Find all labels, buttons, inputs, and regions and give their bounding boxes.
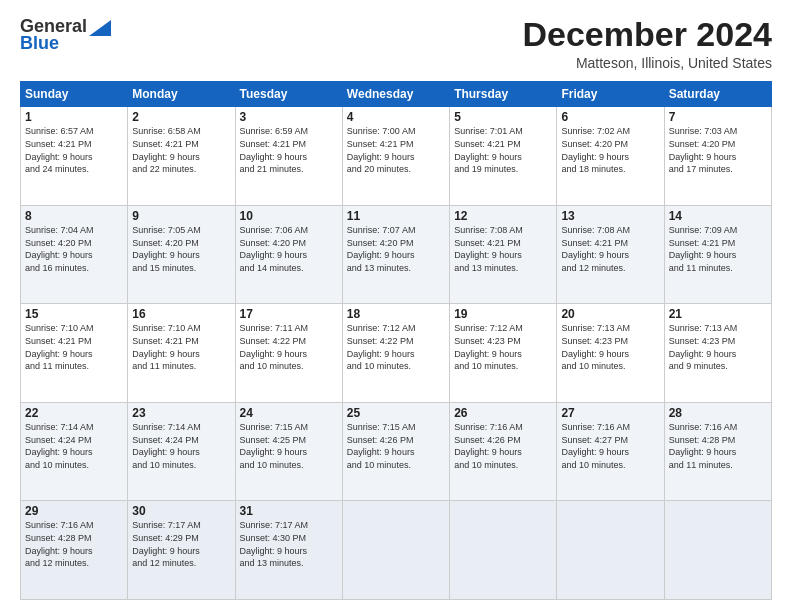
calendar-day-cell [557,501,664,600]
calendar-day-cell: 30Sunrise: 7:17 AMSunset: 4:29 PMDayligh… [128,501,235,600]
calendar-day-cell: 9Sunrise: 7:05 AMSunset: 4:20 PMDaylight… [128,205,235,304]
day-number: 21 [669,307,767,321]
day-info: Sunrise: 7:17 AMSunset: 4:30 PMDaylight:… [240,520,309,568]
calendar-day-cell: 18Sunrise: 7:12 AMSunset: 4:22 PMDayligh… [342,304,449,403]
day-info: Sunrise: 7:17 AMSunset: 4:29 PMDaylight:… [132,520,201,568]
logo-blue-text: Blue [20,33,59,54]
calendar-day-cell: 22Sunrise: 7:14 AMSunset: 4:24 PMDayligh… [21,402,128,501]
calendar-day-cell: 27Sunrise: 7:16 AMSunset: 4:27 PMDayligh… [557,402,664,501]
day-info: Sunrise: 7:08 AMSunset: 4:21 PMDaylight:… [561,225,630,273]
day-info: Sunrise: 7:07 AMSunset: 4:20 PMDaylight:… [347,225,416,273]
day-info: Sunrise: 7:09 AMSunset: 4:21 PMDaylight:… [669,225,738,273]
day-info: Sunrise: 7:14 AMSunset: 4:24 PMDaylight:… [132,422,201,470]
day-info: Sunrise: 7:12 AMSunset: 4:22 PMDaylight:… [347,323,416,371]
calendar-day-cell: 7Sunrise: 7:03 AMSunset: 4:20 PMDaylight… [664,107,771,206]
calendar-day-cell: 19Sunrise: 7:12 AMSunset: 4:23 PMDayligh… [450,304,557,403]
day-number: 13 [561,209,659,223]
calendar-header-wednesday: Wednesday [342,82,449,107]
day-number: 9 [132,209,230,223]
header: General Blue December 2024 Matteson, Ill… [20,16,772,71]
calendar-day-cell: 25Sunrise: 7:15 AMSunset: 4:26 PMDayligh… [342,402,449,501]
calendar-day-cell: 17Sunrise: 7:11 AMSunset: 4:22 PMDayligh… [235,304,342,403]
calendar-day-cell: 10Sunrise: 7:06 AMSunset: 4:20 PMDayligh… [235,205,342,304]
day-info: Sunrise: 7:10 AMSunset: 4:21 PMDaylight:… [132,323,201,371]
calendar-day-cell [664,501,771,600]
calendar-week-row: 15Sunrise: 7:10 AMSunset: 4:21 PMDayligh… [21,304,772,403]
day-number: 22 [25,406,123,420]
day-info: Sunrise: 7:05 AMSunset: 4:20 PMDaylight:… [132,225,201,273]
logo: General Blue [20,16,111,54]
day-info: Sunrise: 7:10 AMSunset: 4:21 PMDaylight:… [25,323,94,371]
calendar-day-cell: 29Sunrise: 7:16 AMSunset: 4:28 PMDayligh… [21,501,128,600]
calendar-day-cell [342,501,449,600]
calendar-header-tuesday: Tuesday [235,82,342,107]
day-number: 6 [561,110,659,124]
day-number: 17 [240,307,338,321]
calendar-header-monday: Monday [128,82,235,107]
calendar-day-cell: 26Sunrise: 7:16 AMSunset: 4:26 PMDayligh… [450,402,557,501]
day-info: Sunrise: 7:08 AMSunset: 4:21 PMDaylight:… [454,225,523,273]
calendar-day-cell: 13Sunrise: 7:08 AMSunset: 4:21 PMDayligh… [557,205,664,304]
location: Matteson, Illinois, United States [522,55,772,71]
calendar-day-cell [450,501,557,600]
day-info: Sunrise: 7:02 AMSunset: 4:20 PMDaylight:… [561,126,630,174]
day-info: Sunrise: 7:16 AMSunset: 4:26 PMDaylight:… [454,422,523,470]
calendar-week-row: 22Sunrise: 7:14 AMSunset: 4:24 PMDayligh… [21,402,772,501]
calendar-day-cell: 12Sunrise: 7:08 AMSunset: 4:21 PMDayligh… [450,205,557,304]
month-title: December 2024 [522,16,772,53]
day-info: Sunrise: 7:15 AMSunset: 4:25 PMDaylight:… [240,422,309,470]
day-number: 26 [454,406,552,420]
calendar-day-cell: 6Sunrise: 7:02 AMSunset: 4:20 PMDaylight… [557,107,664,206]
day-number: 11 [347,209,445,223]
calendar-header-friday: Friday [557,82,664,107]
day-number: 16 [132,307,230,321]
day-number: 12 [454,209,552,223]
day-info: Sunrise: 7:16 AMSunset: 4:27 PMDaylight:… [561,422,630,470]
page: General Blue December 2024 Matteson, Ill… [0,0,792,612]
day-number: 8 [25,209,123,223]
calendar-day-cell: 20Sunrise: 7:13 AMSunset: 4:23 PMDayligh… [557,304,664,403]
calendar-week-row: 1Sunrise: 6:57 AMSunset: 4:21 PMDaylight… [21,107,772,206]
calendar-day-cell: 23Sunrise: 7:14 AMSunset: 4:24 PMDayligh… [128,402,235,501]
day-number: 19 [454,307,552,321]
day-info: Sunrise: 7:03 AMSunset: 4:20 PMDaylight:… [669,126,738,174]
calendar-day-cell: 15Sunrise: 7:10 AMSunset: 4:21 PMDayligh… [21,304,128,403]
calendar-day-cell: 14Sunrise: 7:09 AMSunset: 4:21 PMDayligh… [664,205,771,304]
day-number: 15 [25,307,123,321]
calendar-header-thursday: Thursday [450,82,557,107]
calendar-week-row: 29Sunrise: 7:16 AMSunset: 4:28 PMDayligh… [21,501,772,600]
day-number: 5 [454,110,552,124]
calendar-week-row: 8Sunrise: 7:04 AMSunset: 4:20 PMDaylight… [21,205,772,304]
day-info: Sunrise: 7:16 AMSunset: 4:28 PMDaylight:… [25,520,94,568]
calendar-day-cell: 11Sunrise: 7:07 AMSunset: 4:20 PMDayligh… [342,205,449,304]
day-info: Sunrise: 6:57 AMSunset: 4:21 PMDaylight:… [25,126,94,174]
day-number: 27 [561,406,659,420]
day-number: 4 [347,110,445,124]
day-info: Sunrise: 7:00 AMSunset: 4:21 PMDaylight:… [347,126,416,174]
day-info: Sunrise: 7:11 AMSunset: 4:22 PMDaylight:… [240,323,309,371]
calendar-header-row: SundayMondayTuesdayWednesdayThursdayFrid… [21,82,772,107]
day-info: Sunrise: 7:01 AMSunset: 4:21 PMDaylight:… [454,126,523,174]
day-number: 28 [669,406,767,420]
day-info: Sunrise: 7:15 AMSunset: 4:26 PMDaylight:… [347,422,416,470]
day-number: 7 [669,110,767,124]
day-number: 29 [25,504,123,518]
title-block: December 2024 Matteson, Illinois, United… [522,16,772,71]
day-number: 1 [25,110,123,124]
calendar-day-cell: 24Sunrise: 7:15 AMSunset: 4:25 PMDayligh… [235,402,342,501]
calendar-day-cell: 4Sunrise: 7:00 AMSunset: 4:21 PMDaylight… [342,107,449,206]
day-info: Sunrise: 6:58 AMSunset: 4:21 PMDaylight:… [132,126,201,174]
day-number: 18 [347,307,445,321]
day-number: 31 [240,504,338,518]
day-number: 20 [561,307,659,321]
calendar-day-cell: 2Sunrise: 6:58 AMSunset: 4:21 PMDaylight… [128,107,235,206]
day-number: 25 [347,406,445,420]
day-info: Sunrise: 7:06 AMSunset: 4:20 PMDaylight:… [240,225,309,273]
calendar-day-cell: 21Sunrise: 7:13 AMSunset: 4:23 PMDayligh… [664,304,771,403]
day-info: Sunrise: 7:14 AMSunset: 4:24 PMDaylight:… [25,422,94,470]
svg-marker-0 [89,20,111,36]
logo-icon [89,20,111,36]
day-info: Sunrise: 6:59 AMSunset: 4:21 PMDaylight:… [240,126,309,174]
calendar-header-saturday: Saturday [664,82,771,107]
calendar-day-cell: 28Sunrise: 7:16 AMSunset: 4:28 PMDayligh… [664,402,771,501]
